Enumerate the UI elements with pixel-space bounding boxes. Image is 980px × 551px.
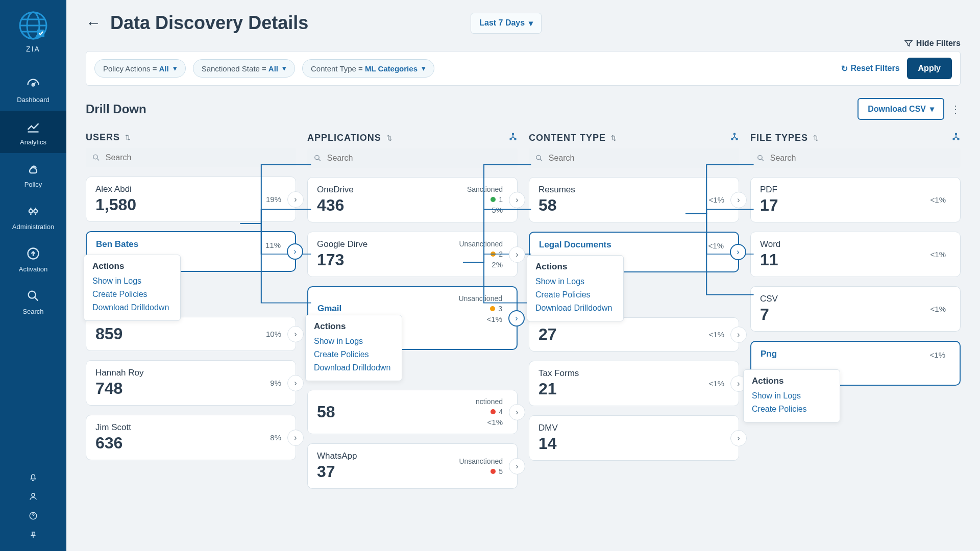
action-show-in-logs[interactable]: Show in Logs bbox=[535, 275, 615, 288]
file-type-card[interactable]: Word11 <1% bbox=[750, 232, 961, 277]
svg-line-11 bbox=[35, 297, 38, 300]
user-card[interactable]: Jim Scott636 8% › bbox=[86, 415, 296, 460]
action-create-policies[interactable]: Create Policies bbox=[752, 403, 831, 416]
action-download-drilldown[interactable]: Download Drilldodwn bbox=[92, 301, 172, 314]
filter-pill-sanctioned-state[interactable]: Sanctioned State = All ▾ bbox=[193, 59, 295, 78]
distribution-icon[interactable] bbox=[730, 132, 739, 143]
file-type-card[interactable]: PDF17 <1% bbox=[750, 177, 961, 222]
status-dot bbox=[491, 197, 496, 202]
search-input[interactable] bbox=[106, 153, 290, 162]
hide-filters-label: Hide Filters bbox=[916, 39, 961, 48]
application-card-selected[interactable]: Gmail Unsanctioned3<1% › Actions Show in… bbox=[307, 286, 518, 350]
reset-filters-button[interactable]: ↻ Reset Filters bbox=[841, 64, 900, 73]
distribution-icon[interactable] bbox=[508, 132, 518, 143]
help-icon[interactable] bbox=[0, 506, 66, 525]
expand-icon[interactable]: › bbox=[509, 192, 525, 208]
action-create-policies[interactable]: Create Policies bbox=[92, 288, 172, 301]
action-create-policies[interactable]: Create Policies bbox=[535, 288, 615, 302]
search-input[interactable] bbox=[770, 154, 954, 163]
users-search[interactable] bbox=[86, 148, 296, 167]
content-type-card[interactable]: DMV14 › bbox=[529, 415, 739, 461]
more-menu-icon[interactable]: ⋮ bbox=[950, 103, 961, 115]
sort-icon[interactable]: ⇅ bbox=[813, 134, 819, 142]
time-range-label: Last 7 Days bbox=[479, 18, 525, 28]
sort-icon[interactable]: ⇅ bbox=[125, 134, 131, 141]
svg-line-20 bbox=[318, 159, 321, 161]
application-card[interactable]: 58 nctioned4<1% › bbox=[307, 390, 518, 434]
filter-pill-content-type[interactable]: Content Type = ML Categories ▾ bbox=[302, 59, 434, 78]
file-types-search[interactable] bbox=[750, 148, 961, 168]
sidebar-item-analytics[interactable]: Analytics bbox=[0, 111, 66, 153]
search-icon bbox=[24, 287, 42, 305]
user-card[interactable]: Alex Abdi1,580 19% › bbox=[86, 177, 296, 222]
sidebar-item-activation[interactable]: Activation bbox=[0, 238, 66, 280]
expand-icon[interactable]: › bbox=[730, 327, 747, 343]
content-type-search[interactable] bbox=[529, 148, 739, 168]
apply-button[interactable]: Apply bbox=[907, 58, 952, 79]
content-type-card[interactable]: 27 <1% › bbox=[529, 317, 739, 352]
user-card-selected[interactable]: Ben Bates 11% › Actions Show in Logs Cre… bbox=[86, 231, 296, 272]
sidebar-item-dashboard[interactable]: Dashboard bbox=[0, 68, 66, 111]
back-arrow-icon[interactable]: ← bbox=[86, 14, 101, 32]
applications-search[interactable] bbox=[307, 148, 518, 168]
column-users: USERS ⇅ Alex Abdi1,580 19% › Ben Bates 1… bbox=[86, 132, 296, 498]
content-type-card[interactable]: Resumes58 <1% › bbox=[529, 177, 739, 222]
expand-icon[interactable]: › bbox=[730, 244, 746, 260]
sort-icon[interactable]: ⇅ bbox=[611, 134, 617, 142]
svg-line-25 bbox=[540, 159, 542, 161]
time-range-selector[interactable]: Last 7 Days ▾ bbox=[471, 13, 542, 34]
svg-line-30 bbox=[762, 159, 764, 161]
expand-icon[interactable]: › bbox=[509, 458, 525, 474]
content-type-card[interactable]: Tax Forms21 <1% › bbox=[529, 361, 739, 406]
hide-filters-toggle[interactable]: Hide Filters bbox=[904, 39, 961, 48]
application-card[interactable]: OneDrive436 Sanctioned15% › bbox=[307, 177, 518, 222]
action-show-in-logs[interactable]: Show in Logs bbox=[752, 389, 831, 403]
action-download-drilldown[interactable]: Download Drilldodwn bbox=[535, 302, 615, 315]
action-show-in-logs[interactable]: Show in Logs bbox=[92, 274, 172, 288]
action-create-policies[interactable]: Create Policies bbox=[314, 348, 394, 361]
drilldown-title: Drill Down bbox=[86, 102, 146, 116]
expand-icon[interactable]: › bbox=[287, 430, 304, 446]
expand-icon[interactable]: › bbox=[287, 326, 304, 342]
file-type-card-selected[interactable]: Png <1% Actions Show in Logs Create Poli… bbox=[750, 341, 961, 386]
svg-point-7 bbox=[29, 210, 33, 213]
column-title: CONTENT TYPE bbox=[529, 133, 606, 143]
action-download-drilldown[interactable]: Download Drilldodwn bbox=[314, 361, 394, 374]
filter-pill-policy-actions[interactable]: Policy Actions = All ▾ bbox=[94, 59, 186, 78]
user-card[interactable]: 859 10% › bbox=[86, 317, 296, 351]
column-title: APPLICATIONS bbox=[307, 133, 381, 143]
notifications-icon[interactable] bbox=[0, 467, 66, 487]
expand-icon[interactable]: › bbox=[287, 243, 303, 260]
brand-logo bbox=[18, 10, 48, 41]
activation-icon bbox=[24, 245, 42, 262]
user-icon[interactable] bbox=[0, 487, 66, 506]
search-input[interactable] bbox=[549, 154, 733, 163]
user-card[interactable]: Hannah Roy748 9% › bbox=[86, 360, 296, 406]
expand-icon[interactable]: › bbox=[730, 192, 747, 208]
application-card[interactable]: WhatsApp37 Unsanctioned5 › bbox=[307, 443, 518, 489]
content-type-card-selected[interactable]: Legal Documents <1% › Actions Show in Lo… bbox=[529, 232, 739, 272]
expand-icon[interactable]: › bbox=[287, 375, 304, 391]
sidebar-label: Policy bbox=[24, 181, 42, 188]
svg-point-8 bbox=[34, 210, 37, 213]
distribution-icon[interactable] bbox=[951, 132, 961, 143]
expand-icon[interactable]: › bbox=[509, 246, 525, 263]
expand-icon[interactable]: › bbox=[508, 310, 525, 327]
sidebar-item-policy[interactable]: Policy bbox=[0, 153, 66, 195]
actions-popup: Actions Show in Logs Create Policies Dow… bbox=[527, 255, 624, 321]
expand-icon[interactable]: › bbox=[509, 404, 525, 420]
search-input[interactable] bbox=[327, 154, 511, 163]
download-csv-button[interactable]: Download CSV ▾ bbox=[857, 98, 944, 120]
expand-icon[interactable]: › bbox=[730, 430, 747, 446]
sort-icon[interactable]: ⇅ bbox=[386, 134, 392, 142]
action-show-in-logs[interactable]: Show in Logs bbox=[314, 335, 394, 348]
sidebar-item-administration[interactable]: Administration bbox=[0, 195, 66, 238]
svg-point-16 bbox=[512, 133, 514, 135]
pin-icon[interactable] bbox=[0, 525, 66, 545]
expand-icon[interactable]: › bbox=[287, 191, 304, 208]
drilldown-columns: USERS ⇅ Alex Abdi1,580 19% › Ben Bates 1… bbox=[86, 132, 961, 498]
administration-icon bbox=[24, 203, 42, 220]
sidebar-item-search[interactable]: Search bbox=[0, 280, 66, 322]
application-card[interactable]: Google Dirve173 Unsanctioned22% › bbox=[307, 232, 518, 277]
file-type-card[interactable]: CSV7 <1% bbox=[750, 286, 961, 332]
